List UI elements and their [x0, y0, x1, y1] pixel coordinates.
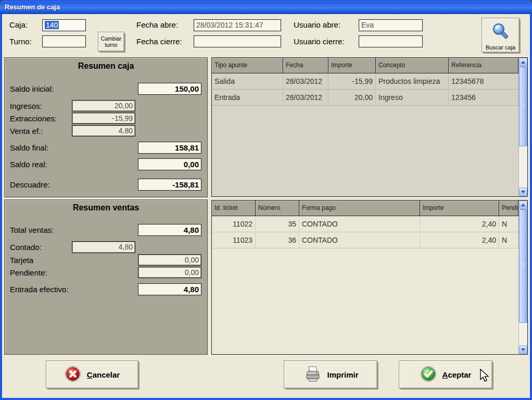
apuntes-table: Tipo apunteFechaImporteConceptoReferenci…	[211, 57, 528, 197]
table-cell: 2,40	[420, 216, 499, 232]
ingresos-value: 20,00	[72, 100, 135, 111]
scroll-up-icon[interactable]	[519, 58, 527, 67]
table-cell: -15,99	[328, 73, 376, 90]
tarjeta-value: 0,00	[138, 254, 201, 266]
total-ventas-value: 4,80	[138, 224, 201, 236]
aceptar-button[interactable]: Aceptar	[399, 360, 492, 389]
column-header[interactable]: Pendiente	[499, 201, 518, 216]
usuario-cierre-input[interactable]	[359, 35, 423, 47]
table-cell: Productos limpieza	[376, 73, 449, 90]
table-row[interactable]: 1102235CONTADO2,40N	[212, 216, 518, 232]
table-cell: 28/03/2012	[283, 90, 328, 106]
tickets-table-body: 1102235CONTADO2,40N1102336CONTADO2,40N	[212, 216, 518, 354]
entrada-efectivo-value: 4,80	[138, 283, 201, 295]
usuario-abre-input[interactable]: Eva	[359, 19, 423, 31]
table-cell: Salida	[212, 73, 283, 90]
table-cell: Ingreso	[376, 90, 449, 106]
contado-label: Contado:	[10, 243, 42, 252]
buscar-caja-button[interactable]: Buscar caja	[482, 18, 520, 53]
saldo-inicial-value: 150,00	[138, 83, 201, 95]
title-bar[interactable]: Resumen de caja	[0, 0, 532, 14]
scroll-up-icon[interactable]	[519, 201, 527, 209]
table-cell: 11022	[212, 216, 256, 232]
scroll-down-icon[interactable]	[519, 188, 527, 196]
resumen-ventas-panel: Resumen ventas Total ventas: 4,80 Contad…	[4, 199, 208, 355]
resumen-caja-panel: Resumen caja Saldo inicial: 150,00 Ingre…	[4, 57, 208, 197]
turno-label: Turno:	[9, 37, 32, 46]
cambiar-turno-button[interactable]: Cambiar turno	[98, 32, 124, 52]
cancelar-label: Cancelar	[87, 370, 120, 379]
tickets-table-header: Id. ticketNúmeroForma pagoImportePendien…	[212, 201, 518, 216]
saldo-real-label: Saldo real:	[10, 160, 47, 169]
scrollbar-thumb[interactable]	[519, 67, 527, 146]
saldo-real-value[interactable]: 0,00	[138, 158, 201, 170]
column-header[interactable]: Concepto	[376, 58, 449, 73]
column-header[interactable]: Importe	[420, 201, 499, 216]
table-cell: 123456	[449, 90, 518, 106]
tarjeta-label: Tarjeta	[10, 256, 33, 265]
apuntes-scrollbar[interactable]	[518, 58, 527, 196]
ingresos-label: Ingresos:	[10, 102, 42, 110]
caja-label: Caja:	[9, 20, 28, 29]
dialog-window: Resumen de caja Caja: 140 Turno: Cambiar…	[0, 0, 532, 400]
table-cell: CONTADO	[299, 216, 420, 232]
table-row[interactable]: Salida28/03/2012-15,99Productos limpieza…	[212, 73, 518, 90]
column-header[interactable]: Número	[256, 201, 299, 216]
extracciones-value: -15,99	[72, 113, 135, 124]
window-title: Resumen de caja	[5, 3, 60, 11]
fecha-abre-label: Fecha abre:	[136, 20, 178, 29]
table-cell: 20,00	[328, 90, 376, 106]
entrada-efectivo-label: Entrada efectivo:	[10, 285, 69, 294]
descuadre-label: Descuadre:	[10, 180, 50, 189]
table-cell: CONTADO	[299, 232, 420, 248]
dialog-content: Caja: 140 Turno: Cambiar turno Fecha abr…	[2, 14, 530, 398]
caja-selected-text: 140	[45, 21, 59, 29]
venta-ef-label: Venta ef.:	[10, 127, 43, 135]
caja-input[interactable]: 140	[42, 19, 86, 31]
contado-value: 4,80	[72, 241, 135, 253]
turno-input[interactable]	[42, 35, 86, 47]
usuario-abre-label: Usuario abre:	[294, 20, 340, 29]
buscar-caja-label: Buscar caja	[486, 44, 515, 51]
table-cell: N	[499, 232, 518, 248]
scroll-down-icon[interactable]	[519, 345, 527, 354]
table-cell: 28/03/2012	[283, 73, 328, 90]
imprimir-label: Imprimir	[327, 370, 358, 379]
pendiente-value: 0,00	[138, 267, 201, 278]
table-row[interactable]: 1102336CONTADO2,40N	[212, 232, 518, 248]
fecha-cierre-input[interactable]	[194, 35, 281, 47]
extracciones-label: Extracciones:	[10, 114, 57, 123]
cancelar-button[interactable]: Cancelar	[46, 360, 138, 389]
search-icon	[491, 22, 510, 43]
apuntes-table-body: Salida28/03/2012-15,99Productos limpieza…	[212, 73, 518, 196]
table-row[interactable]: Entrada28/03/201220,00Ingreso123456	[212, 90, 518, 106]
column-header[interactable]: Tipo apunte	[212, 58, 283, 73]
resumen-ventas-title: Resumen ventas	[5, 203, 207, 213]
imprimir-button[interactable]: Imprimir	[284, 360, 377, 389]
usuario-cierre-label: Usuario cierre:	[294, 37, 345, 46]
table-cell: 35	[256, 216, 299, 232]
total-ventas-label: Total ventas:	[10, 226, 54, 234]
tickets-scrollbar[interactable]	[518, 201, 527, 354]
aceptar-label: Aceptar	[442, 370, 472, 379]
table-cell: 36	[256, 232, 299, 248]
printer-icon	[302, 365, 321, 385]
pendiente-label: Pendiente:	[10, 268, 47, 277]
column-header[interactable]: Forma pago	[299, 201, 420, 216]
mouse-cursor	[479, 369, 491, 385]
column-header[interactable]: Referencia	[449, 58, 518, 73]
column-header[interactable]: Fecha	[283, 58, 328, 73]
table-cell: Entrada	[212, 90, 283, 106]
table-cell: 2,40	[420, 232, 499, 248]
column-header[interactable]: Id. ticket	[212, 201, 256, 216]
scrollbar-thumb[interactable]	[519, 209, 527, 323]
accept-icon	[420, 366, 437, 384]
descuadre-value: -158,81	[138, 179, 201, 191]
column-header[interactable]: Importe	[328, 58, 376, 73]
venta-ef-value: 4,80	[72, 125, 135, 136]
tickets-table: Id. ticketNúmeroForma pagoImportePendien…	[211, 200, 528, 355]
fecha-abre-input[interactable]: 28/03/2012 15:31:47	[194, 19, 281, 31]
fecha-cierre-label: Fecha cierre:	[136, 37, 182, 46]
table-cell: N	[499, 216, 518, 232]
table-cell: 11023	[212, 232, 256, 248]
